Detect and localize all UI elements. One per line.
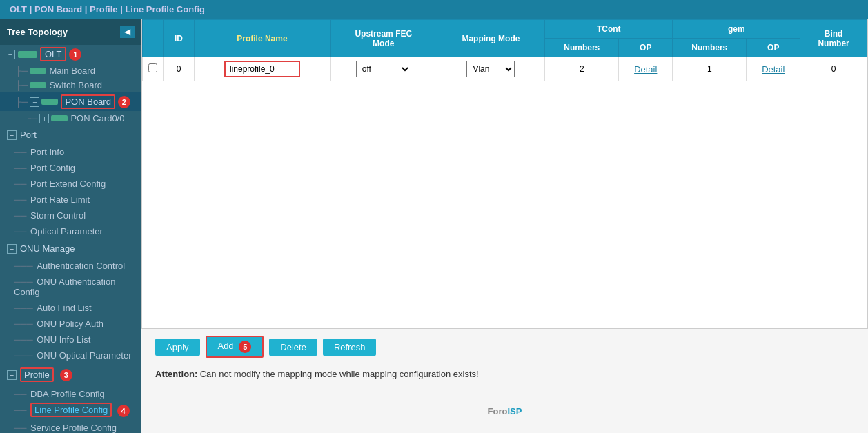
button-area: Apply Add 5 Delete Refresh [141, 329, 868, 365]
profile-section-label: Profile [20, 367, 54, 382]
minus-profile[interactable]: − [7, 370, 17, 380]
nav-line-profile[interactable]: ── Line Profile Config 4 [0, 402, 141, 420]
header: OLT | PON Board | Profile | Line Profile… [0, 0, 868, 19]
tree-node-switch-board[interactable]: ├─ Switch Board [0, 78, 141, 92]
row-mapping-mode[interactable]: Vlan GEM [437, 57, 545, 81]
nav-onu-info-list[interactable]: ─── ONU Info List [0, 332, 141, 348]
watermark-text: ForoISP [155, 397, 854, 419]
pon-card-label: PON Card0/0 [70, 113, 124, 123]
row-bind-number: 0 [800, 57, 867, 81]
content-area: ID Profile Name Upstream FECMode Mapping… [141, 19, 868, 433]
watermark: ForoISP [141, 383, 868, 433]
row-checkbox-cell[interactable] [143, 57, 164, 81]
row-gem-op[interactable]: Detail [747, 57, 800, 81]
nav-onu-auth-config[interactable]: ─── ONU Authentication Config [0, 274, 141, 300]
nav-section-onu-manage[interactable]: − ONU Manage [0, 239, 141, 258]
nav-section-port[interactable]: − Port [0, 125, 141, 144]
expand-pon[interactable]: − [30, 97, 39, 107]
row-tcont-op[interactable]: Detail [619, 57, 673, 81]
apply-button[interactable]: Apply [155, 339, 200, 356]
connector-switch: ├─ [15, 80, 28, 90]
pon-card-icon [51, 115, 68, 121]
col-tcont-group: TCont [545, 20, 673, 39]
nav-port-config[interactable]: ── Port Config [0, 160, 141, 176]
badge-4: 4 [117, 405, 130, 417]
row-gem-numbers: 1 [673, 57, 747, 81]
profile-name-input[interactable] [224, 61, 300, 77]
upstream-fec-select[interactable]: off on [356, 61, 411, 77]
pon-board-label: PON Board [61, 94, 115, 109]
olt-label: OLT [40, 47, 66, 61]
main-board-label: Main Board [49, 66, 95, 76]
col-bind-number: BindNumber [800, 20, 867, 57]
watermark-foro: Foro [488, 406, 508, 416]
attention-label: Attention: [155, 369, 197, 379]
olt-icon [18, 51, 37, 58]
nav-port-info[interactable]: ── Port Info [0, 144, 141, 160]
sidebar: Tree Topology ◀ − OLT 1 ├─ Main Board ├─… [0, 19, 141, 433]
badge-3: 3 [60, 369, 72, 381]
sidebar-collapse-button[interactable]: ◀ [120, 26, 135, 38]
refresh-button[interactable]: Refresh [323, 339, 377, 356]
row-upstream-fec[interactable]: off on [330, 57, 437, 81]
col-checkbox [143, 20, 164, 57]
row-checkbox[interactable] [148, 63, 157, 72]
attention-area: Attention: Can not modify the mapping mo… [141, 365, 868, 383]
table-wrapper: ID Profile Name Upstream FECMode Mapping… [141, 19, 868, 329]
onu-manage-label: ONU Manage [20, 243, 75, 254]
sidebar-title-text: Tree Topology [7, 27, 68, 37]
nav-port-rate-limit[interactable]: ── Port Rate Limit [0, 192, 141, 208]
connector-main: ├─ [15, 66, 28, 76]
tcont-detail-link[interactable]: Detail [634, 64, 657, 74]
col-tcont-numbers: Numbers [545, 39, 619, 57]
nav-onu-optical[interactable]: ─── ONU Optical Parameter [0, 348, 141, 363]
badge-5: 5 [239, 341, 251, 353]
attention-message: Can not modify the mapping mode while ma… [200, 369, 479, 379]
row-id: 0 [164, 57, 195, 81]
col-gem-op: OP [747, 39, 800, 57]
header-title: OLT | PON Board | Profile | Line Profile… [10, 4, 205, 14]
row-profile-name-cell[interactable] [194, 57, 330, 81]
nav-storm-control[interactable]: ── Storm Control [0, 208, 141, 223]
col-id: ID [164, 20, 195, 57]
nav-auto-find-list[interactable]: ─── Auto Find List [0, 300, 141, 316]
connector-card: ├─ [25, 113, 37, 123]
tree-node-main-board[interactable]: ├─ Main Board [0, 63, 141, 78]
minus-onu[interactable]: − [7, 244, 17, 254]
gem-detail-link[interactable]: Detail [762, 64, 785, 74]
badge-2: 2 [118, 96, 130, 108]
col-gem-numbers: Numbers [673, 39, 747, 57]
pon-board-icon [41, 99, 58, 105]
switch-board-label: Switch Board [49, 80, 102, 90]
col-gem-group: gem [673, 20, 800, 39]
table-row: 0 off on Vlan [143, 57, 867, 81]
nav-service-profile[interactable]: ── Service Profile Config [0, 420, 141, 433]
tree-node-pon-card[interactable]: ├─ + PON Card0/0 [0, 111, 141, 125]
nav-optical-parameter[interactable]: ── Optical Parameter [0, 223, 141, 239]
col-profile-name: Profile Name [194, 20, 330, 57]
switch-board-icon [30, 82, 46, 88]
row-tcont-numbers: 2 [545, 57, 619, 81]
nav-onu-policy-auth[interactable]: ─── ONU Policy Auth [0, 316, 141, 332]
minus-port[interactable]: − [7, 130, 17, 140]
expand-card[interactable]: + [39, 114, 49, 123]
tree-node-pon-board[interactable]: ├─ − PON Board 2 [0, 92, 141, 111]
nav-port-extend-config[interactable]: ── Port Extend Config [0, 176, 141, 192]
delete-button[interactable]: Delete [269, 339, 317, 356]
main-board-icon [30, 68, 46, 74]
add-button[interactable]: Add 5 [206, 336, 264, 358]
col-upstream-fec: Upstream FECMode [330, 20, 437, 57]
profile-table: ID Profile Name Upstream FECMode Mapping… [142, 19, 867, 81]
mapping-mode-select[interactable]: Vlan GEM [466, 61, 515, 77]
port-section-label: Port [20, 130, 37, 140]
badge-1: 1 [69, 48, 81, 61]
nav-dba-profile[interactable]: ── DBA Profile Config [0, 386, 141, 402]
tree-node-olt[interactable]: − OLT 1 [0, 45, 141, 63]
nav-section-profile[interactable]: − Profile 3 [0, 363, 141, 386]
col-mapping-mode: Mapping Mode [437, 20, 545, 57]
col-tcont-op: OP [619, 39, 673, 57]
nav-auth-control[interactable]: ─── Authentication Control [0, 258, 141, 274]
watermark-isp: ISP [507, 406, 522, 416]
expand-olt[interactable]: − [6, 50, 15, 59]
connector-pon: ├─ [15, 97, 28, 107]
